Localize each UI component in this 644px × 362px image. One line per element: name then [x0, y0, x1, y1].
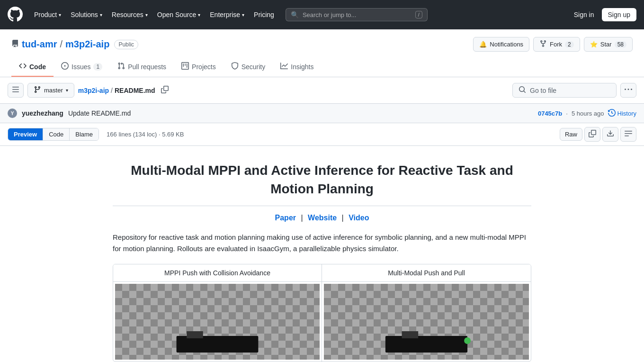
nav-item-product[interactable]: Product ▾ [30, 8, 65, 21]
shield-icon [231, 62, 239, 71]
preview-tab-label: Preview [14, 131, 37, 138]
star-count: 58 [615, 41, 626, 48]
search-bar[interactable]: 🔍 Search or jump to... / [286, 8, 428, 21]
insights-icon [280, 62, 288, 71]
search-icon: 🔍 [291, 11, 299, 18]
commit-hash[interactable]: 0745c7b [538, 110, 562, 117]
svg-rect-14 [402, 331, 419, 338]
sign-in-button[interactable]: Sign in [570, 9, 598, 21]
go-to-file-button[interactable]: Go to file [512, 83, 617, 98]
tab-label-security: Security [242, 63, 266, 71]
readme-divider [113, 206, 531, 206]
tab-issues[interactable]: Issues 1 [54, 57, 110, 77]
fork-count: 2 [565, 41, 574, 48]
nav-item-pricing[interactable]: Pricing [250, 8, 278, 21]
readme-links: Paper | Website | Video [113, 214, 531, 222]
breadcrumb-separator: / [60, 39, 63, 50]
view-toolbar: Preview Code Blame 166 lines (134 loc) ·… [0, 123, 644, 146]
view-tabs: Preview Code Blame [8, 128, 99, 141]
file-path-separator: / [111, 87, 113, 94]
link-separator-1: | [301, 214, 305, 222]
website-link[interactable]: Website [308, 214, 337, 222]
history-button[interactable]: History [608, 109, 636, 118]
toc-button[interactable] [620, 127, 636, 142]
copy-raw-button[interactable] [584, 127, 600, 142]
chevron-down-icon: ▾ [145, 12, 148, 18]
repo-type-icon [11, 39, 19, 50]
video-link[interactable]: Video [349, 214, 369, 222]
tab-pullrequests[interactable]: Pull requests [110, 57, 174, 77]
paper-link[interactable]: Paper [275, 214, 296, 222]
nav-item-enterprise[interactable]: Enterprise ▾ [206, 8, 248, 21]
github-logo[interactable] [8, 7, 23, 23]
history-icon [608, 109, 616, 118]
more-options-button[interactable] [620, 83, 636, 98]
search-shortcut-badge: / [415, 11, 422, 18]
nav-item-opensource[interactable]: Open Source ▾ [153, 8, 205, 21]
download-button[interactable] [602, 127, 618, 142]
fork-icon [539, 40, 547, 49]
branch-name: master [44, 87, 63, 94]
issues-badge: 1 [93, 63, 102, 71]
preview-tab[interactable]: Preview [8, 128, 43, 140]
nav-label-enterprise: Enterprise [210, 11, 240, 18]
nav-label-opensource: Open Source [157, 11, 197, 18]
projects-icon [181, 62, 189, 71]
repo-actions: 🔔 Notifications Fork 2 ⭐ Star 58 [473, 37, 633, 52]
star-button[interactable]: ⭐ Star 58 [584, 37, 633, 52]
file-actions: Raw [560, 127, 636, 142]
blame-tab[interactable]: Blame [69, 128, 98, 140]
author-avatar[interactable]: Y [8, 109, 17, 118]
code-icon [19, 62, 27, 71]
link-separator-2: | [342, 214, 346, 222]
simulation-image-2 [324, 284, 529, 360]
fork-button[interactable]: Fork 2 [533, 37, 580, 52]
nav-items: Product ▾ Solutions ▾ Resources ▾ Open S… [30, 8, 278, 21]
tab-projects[interactable]: Projects [174, 57, 224, 77]
nav-label-pricing: Pricing [254, 11, 274, 18]
commit-author[interactable]: yuezhezhang [22, 109, 63, 117]
code-tab[interactable]: Code [43, 128, 69, 140]
file-toolbar: master ▾ m3p2i-aip / README.md Go to fil… [0, 77, 644, 104]
nav-item-solutions[interactable]: Solutions ▾ [67, 8, 106, 21]
readme-description: Repository for reactive task and motion … [113, 232, 531, 254]
bell-icon: 🔔 [479, 41, 487, 48]
copy-path-button[interactable] [159, 84, 170, 97]
notifications-button[interactable]: 🔔 Notifications [473, 37, 529, 52]
sign-up-button[interactable]: Sign up [602, 8, 636, 21]
repo-tabs: Code Issues 1 Pull requests Projects S [11, 57, 633, 77]
tab-label-insights: Insights [291, 63, 313, 71]
commit-message[interactable]: Update README.md [68, 109, 131, 117]
chevron-down-icon: ▾ [198, 12, 200, 18]
repo-breadcrumb: tud-amr / m3p2i-aip Public [11, 39, 138, 50]
repo-name[interactable]: m3p2i-aip [65, 39, 109, 50]
search-icon [519, 86, 526, 95]
nav-label-resources: Resources [112, 11, 143, 18]
code-tab-label: Code [49, 131, 63, 138]
tab-label-projects: Projects [192, 63, 216, 71]
file-path-repo[interactable]: m3p2i-aip [78, 87, 109, 94]
line-info: 166 lines (134 loc) · 5.69 KB [107, 131, 184, 138]
visibility-badge: Public [114, 40, 138, 49]
file-path-name: README.md [115, 87, 155, 94]
tab-code[interactable]: Code [11, 57, 54, 77]
commit-row: Y yuezhezhang Update README.md 0745c7b ·… [0, 104, 644, 123]
table-header-col2: Multi-Modal Push and Pull [322, 264, 531, 282]
branch-button[interactable]: master ▾ [27, 83, 74, 98]
table-header-col1: MPPI Push with Collision Avoidance [113, 264, 322, 282]
raw-button[interactable]: Raw [560, 128, 582, 141]
tab-security[interactable]: Security [224, 57, 273, 77]
go-to-file-label: Go to file [530, 87, 556, 94]
sidebar-toggle-button[interactable] [8, 83, 24, 98]
file-path: m3p2i-aip / README.md [78, 87, 155, 94]
svg-rect-6 [187, 331, 203, 338]
notifications-label: Notifications [490, 41, 523, 48]
tab-label-code: Code [29, 63, 46, 71]
readme-title: Multi-Modal MPPI and Active Inference fo… [113, 161, 531, 198]
demo-table: MPPI Push with Collision Avoidance Multi… [113, 264, 531, 362]
repo-owner[interactable]: tud-amr [22, 39, 57, 50]
tab-insights[interactable]: Insights [273, 57, 321, 77]
table-header-row: MPPI Push with Collision Avoidance Multi… [113, 264, 531, 282]
nav-item-resources[interactable]: Resources ▾ [108, 8, 152, 21]
tab-label-issues: Issues [72, 63, 90, 71]
